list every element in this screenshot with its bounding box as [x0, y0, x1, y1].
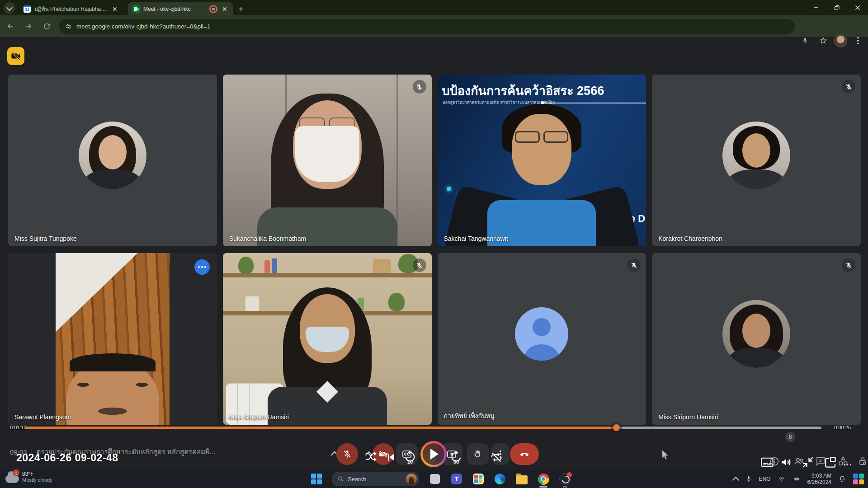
obs-recording-dot [567, 472, 572, 477]
close-window-button[interactable] [847, 0, 868, 15]
avatar-face [742, 314, 770, 348]
widgets-icon[interactable] [853, 474, 864, 485]
end-call-icon [519, 448, 530, 460]
volume-icon[interactable] [779, 455, 793, 471]
seek-playhead[interactable] [613, 424, 620, 431]
book [264, 260, 270, 273]
participant-tile[interactable]: Miss Siriporn Uamsiri [652, 253, 861, 425]
participant-name: Miss Siriporn Uamsiri [229, 413, 289, 421]
participant-tile[interactable]: Sukanchalika Boonmatham [223, 75, 432, 246]
mouse-cursor [661, 450, 670, 460]
person-hair [70, 353, 156, 371]
clock[interactable]: 9:03 AM 6/26/2024 [807, 473, 831, 485]
avatar-head [533, 318, 551, 336]
video-feed [8, 253, 217, 425]
avatar [722, 122, 790, 189]
seek-bar[interactable] [25, 427, 821, 429]
notifications-bell-icon[interactable] [838, 475, 846, 483]
tray-mic-icon[interactable] [745, 475, 752, 483]
participant-tile[interactable]: กายทิพย์ เพ็งกับหนู [438, 253, 646, 425]
active-app-indicator [539, 486, 547, 488]
plant [238, 257, 254, 274]
chrome-taskbar-icon[interactable] [538, 473, 549, 485]
participant-grid: Miss Sujitra Tungpoke Sukanchalika Boonm… [8, 75, 861, 425]
portrait-video [56, 253, 170, 425]
edge-icon[interactable] [494, 473, 506, 485]
browser-menu-icon[interactable] [851, 33, 865, 48]
close-tab-icon[interactable] [221, 5, 228, 13]
mic-muted-indicator [842, 258, 855, 272]
language-indicator[interactable]: ENG [759, 476, 771, 482]
participant-tile[interactable]: Miss Siriporn Uamsiri [223, 253, 432, 425]
speaker-icon[interactable] [793, 475, 801, 483]
wifi-icon[interactable] [778, 475, 786, 483]
shuffle-icon[interactable] [364, 450, 377, 465]
file-explorer-icon[interactable] [516, 473, 528, 485]
screen: 31 ปฏิทิน Phetchaburi Rajabhat Uni Meet … [0, 0, 868, 488]
subtitles-icon[interactable] [760, 456, 774, 470]
participant-name: Sukanchalika Boonmatham [229, 235, 306, 242]
tray-time: 9:03 AM [807, 473, 831, 479]
tab-label: Meet - okv-cjbd-hkc [143, 6, 206, 12]
mic-permission-icon[interactable] [798, 33, 812, 48]
tab-calendar[interactable]: 31 ปฏิทิน Phetchaburi Rajabhat Uni [19, 2, 123, 15]
url-bar[interactable]: meet.google.com/okv-cjbd-hkc?authuser=0&… [59, 19, 795, 34]
player-more-icon[interactable]: ... [844, 459, 852, 467]
rewind-10-icon[interactable]: 10 [403, 450, 417, 464]
participant-tile[interactable]: บป้องกันการค้นคว้าอิสระ 2566 หลักสูตรวิท… [438, 75, 646, 246]
mic-button-muted[interactable] [336, 443, 358, 465]
popout-window-icon[interactable] [824, 455, 837, 471]
basket [373, 259, 391, 273]
video-feed [223, 253, 432, 425]
leave-call-button[interactable] [510, 443, 539, 465]
participant-name: Miss Sujitra Tungpoke [14, 235, 77, 242]
participant-name: Sarawut Plaengsorn [14, 413, 71, 421]
repeat-off-icon[interactable] [490, 451, 503, 465]
ceiling [56, 253, 170, 332]
shrink-player-icon[interactable] [801, 455, 815, 471]
site-settings-icon[interactable] [65, 23, 72, 30]
search-highlight-image[interactable] [406, 474, 417, 484]
camera-off-warning-badge[interactable] [7, 47, 24, 65]
minimize-button[interactable] [806, 0, 826, 15]
toolbar-right [798, 33, 865, 48]
participant-tile[interactable]: Miss Sujitra Tungpoke [8, 75, 217, 246]
host-controls-button[interactable] [853, 451, 868, 471]
tab-meet-active[interactable]: Meet - okv-cjbd-hkc [128, 2, 233, 15]
reload-button[interactable] [39, 19, 54, 34]
tile-options-button[interactable] [194, 259, 210, 275]
participant-name: Sakchai Tangwannawit [444, 235, 508, 242]
person-glasses [515, 131, 568, 143]
back-button[interactable] [3, 19, 18, 34]
camera-off-icon [10, 51, 21, 61]
participant-tile-active[interactable]: Sarawut Plaengsorn [8, 253, 217, 425]
bookmark-star-icon[interactable] [816, 33, 830, 48]
previous-track-icon[interactable] [385, 451, 397, 465]
teams-icon[interactable]: T [451, 473, 462, 485]
close-tab-icon[interactable] [111, 5, 118, 13]
new-tab-button[interactable]: + [235, 3, 247, 15]
tab-search-chevron-button[interactable] [4, 2, 15, 14]
url-text[interactable]: meet.google.com/okv-cjbd-hkc?authuser=0&… [76, 23, 210, 30]
start-button[interactable] [311, 474, 322, 484]
task-view-button[interactable] [429, 473, 441, 485]
forward-30-icon[interactable]: 30 [449, 450, 463, 464]
hidden-icons-chevron[interactable] [732, 476, 739, 483]
forward-button[interactable] [21, 19, 36, 34]
obs-icon[interactable] [559, 473, 571, 485]
raise-hand-icon [473, 449, 483, 459]
taskbar-search[interactable]: Search [332, 472, 419, 486]
profile-avatar[interactable] [834, 34, 847, 47]
participant-tile[interactable]: Korakrot Charoenphon [652, 75, 861, 246]
weather-widget[interactable]: 1 83°F Mostly cloudy [5, 471, 52, 483]
restore-button[interactable] [826, 0, 847, 15]
shelf [223, 273, 432, 277]
raise-hand-button[interactable] [467, 443, 489, 465]
participant-name: Miss Siriporn Uamsiri [658, 413, 718, 421]
elapsed-time: 0:01:12 [10, 425, 27, 430]
avatar [722, 300, 790, 368]
play-button[interactable] [420, 441, 447, 467]
participant-name: กายทิพย์ เพ็งกับหนู [444, 411, 495, 421]
microsoft-store-icon[interactable] [472, 473, 484, 485]
seek-bar-played [25, 427, 617, 429]
